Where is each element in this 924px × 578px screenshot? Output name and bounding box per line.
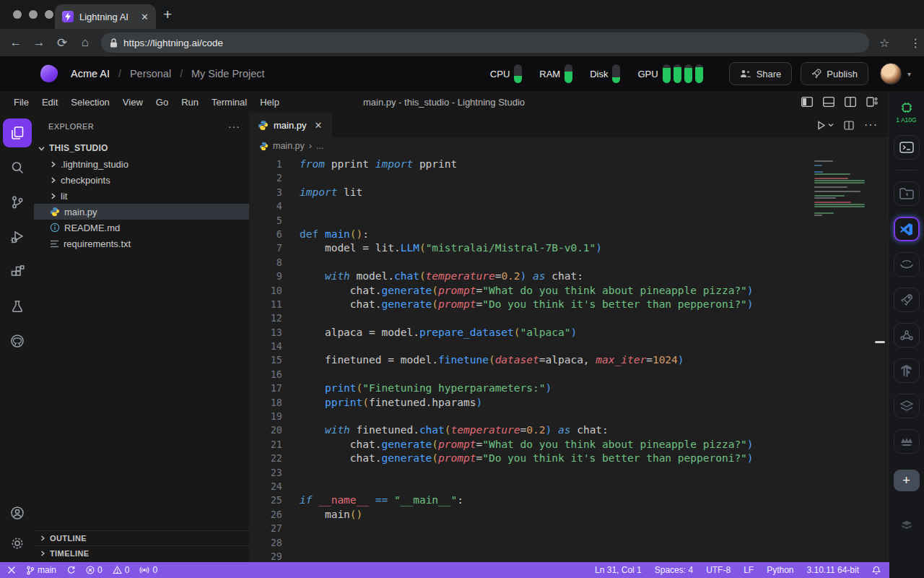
minimap[interactable] [814,160,868,228]
sidebar-item-explorer[interactable] [3,118,32,147]
browser-menu-icon[interactable]: ⋮ [910,36,921,50]
status-broadcast[interactable]: 0 [139,565,157,575]
tab-close-icon[interactable]: ✕ [315,120,323,131]
menu-edit[interactable]: Edit [35,97,64,108]
status-sync[interactable] [66,566,76,574]
file-manager-plugin-button[interactable] [894,181,920,206]
lightning-logo[interactable] [39,64,58,83]
tensorflow-plugin-button[interactable] [894,358,920,383]
back-icon[interactable]: ← [4,35,27,50]
home-icon[interactable]: ⌂ [74,35,97,50]
terminal-plugin-button[interactable] [894,135,920,160]
package-plugin-button[interactable] [894,513,920,538]
line-number: 4 [249,199,282,213]
sidebar-item-extensions[interactable] [3,257,32,286]
code-line-23: 23 [249,466,888,480]
sidebar-item-testing[interactable] [3,292,32,321]
menu-run[interactable]: Run [175,97,205,108]
new-tab-button[interactable]: + [163,6,172,23]
sidebar-item-run-debug[interactable] [3,223,32,251]
sidebar-item-source-control[interactable] [3,188,32,217]
outline-section[interactable]: OUTLINE [34,530,249,545]
forward-icon[interactable]: → [27,35,51,50]
status-notifications[interactable] [872,566,881,575]
vscode-plugin-button[interactable] [894,217,920,241]
paper-boat-plugin-button[interactable] [894,429,920,454]
timeline-section[interactable]: TIMELINE [34,545,249,561]
meter-pill [514,64,522,83]
code-line-29: 29 [249,550,888,562]
status-python[interactable]: Python [767,565,793,575]
eclipse-plugin-button[interactable] [894,252,920,277]
status-spaces-4[interactable]: Spaces: 4 [655,565,693,575]
status-utf-8[interactable]: UTF-8 [706,565,731,575]
tree-folder-.lightning_studio[interactable]: .lightning_studio [34,156,249,172]
tree-root-this-studio[interactable]: THIS_STUDIO [34,140,249,156]
scrollbar-drag-handle[interactable] [875,341,885,343]
breadcrumb-project[interactable]: My Side Project [191,68,265,79]
toggle-sidebar-icon[interactable] [801,97,813,107]
node-graph-plugin-button[interactable] [894,323,920,348]
tree-file-main.py[interactable]: main.py [34,204,249,220]
menu-file[interactable]: File [7,97,35,108]
status-remote[interactable] [7,566,16,574]
window-minimize-button[interactable] [29,10,38,19]
menu-selection[interactable]: Selection [64,97,116,108]
sidebar-item-search[interactable] [3,153,32,182]
line-number: 26 [249,508,282,522]
reload-icon[interactable]: ⟳ [51,35,74,51]
sidebar-item-github[interactable] [3,327,32,355]
window-zoom-button[interactable] [45,10,53,19]
editor-tab-main-py[interactable]: main.py ✕ [249,113,331,137]
bookmark-star-icon[interactable]: ☆ [879,36,889,50]
avatar[interactable] [880,63,902,85]
gpu-chip-button[interactable]: 1 A10G [891,100,923,124]
bell-icon [872,566,881,575]
toggle-secondary-sidebar-icon[interactable] [845,97,856,107]
status-error[interactable]: 0 [86,565,103,575]
status-branch[interactable]: main [26,565,56,575]
tree-file-README.md[interactable]: README.md [34,220,249,236]
gpu-label: 1 A10G [896,116,916,124]
breadcrumb-workspace[interactable]: Personal [130,68,171,79]
tab-close-icon[interactable]: ✕ [141,12,149,22]
status-warning[interactable]: 0 [113,565,130,575]
resource-meters: CPURAMDiskGPU [490,64,720,83]
toggle-panel-icon[interactable] [823,97,834,107]
status-lf[interactable]: LF [744,565,754,575]
publish-button[interactable]: Publish [801,62,868,85]
window-close-button[interactable] [13,10,22,19]
tree-file-requirements.txt[interactable]: requirements.txt [34,236,249,251]
customize-layout-icon[interactable] [866,97,878,107]
account-button[interactable] [3,499,32,527]
more-actions-icon[interactable]: ··· [864,118,878,131]
breadcrumb[interactable]: main.py › ... [249,137,888,155]
tree-folder-lit[interactable]: lit [34,188,249,204]
line-number: 1 [249,158,282,171]
browser-tab[interactable]: Lightning AI ✕ [55,4,156,29]
status-3-10-11-64-bit[interactable]: 3.10.11 64-bit [807,565,860,575]
status-right: Ln 31, Col 1Spaces: 4UTF-8LFPython3.10.1… [595,565,881,575]
address-bar[interactable]: https://lightning.ai/code [101,33,869,53]
explorer-more-icon[interactable]: ··· [228,121,240,132]
chevron-down-icon [38,145,45,152]
rocket-plugin-button[interactable] [894,288,920,312]
account-caret-icon[interactable]: ▾ [907,70,911,78]
gpu-chip-icon [899,100,914,115]
code-area[interactable]: 1from pprint import pprint23import lit45… [249,155,888,562]
settings-button[interactable] [3,529,32,558]
share-button[interactable]: Share [729,62,793,85]
org-name[interactable]: Acme AI [71,68,110,79]
menu-terminal[interactable]: Terminal [205,97,253,108]
layers-plugin-button[interactable] [894,394,920,418]
menu-help[interactable]: Help [253,97,286,108]
meter-label: Disk [590,69,608,79]
menu-go[interactable]: Go [149,97,175,108]
status-ln-31-col-1[interactable]: Ln 31, Col 1 [595,565,642,575]
code-line-24: 24 [249,480,888,493]
menu-view[interactable]: View [116,97,149,108]
run-button[interactable] [816,121,834,130]
tree-folder-checkpoints[interactable]: checkpoints [34,172,249,188]
split-editor-icon[interactable] [844,121,854,130]
add-plugin-button[interactable]: + [894,470,920,491]
